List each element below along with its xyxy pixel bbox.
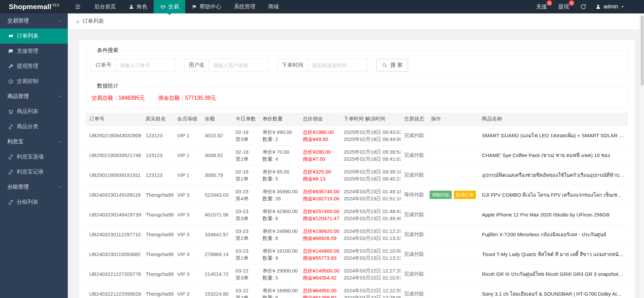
sidebar-group-interest[interactable]: 利息宝 — [0, 134, 68, 149]
topbar: Shopmemall V3.0 后台首页角色交易帮助中心系统管理商城 充值 0 … — [0, 0, 644, 13]
cell-line: 03-23 — [236, 228, 256, 235]
cell-total-commission: 总价¥84950.00佣金¥61289.92 — [299, 284, 340, 298]
cell-line: 2024年03月23日 01:10:09 — [344, 247, 397, 254]
withdraw-label: 提现 — [558, 3, 569, 10]
sidebar-group-label: 商品管理 — [7, 93, 29, 100]
cell-today-orders: 03-22第3单 — [232, 264, 259, 284]
sidebar-item-trade-control[interactable]: 交易控制 — [0, 74, 68, 89]
column-header: 会员等级 — [174, 113, 201, 126]
cell-real-name: Thongcha99 — [142, 205, 174, 225]
cell-trade-status: 完成付款 — [401, 264, 428, 284]
cancel-order-button[interactable]: 取消订单 — [454, 191, 476, 199]
cell-line: 总价¥257400.00 — [303, 208, 337, 215]
cell-line: 总价¥1980.00 — [303, 129, 337, 136]
cell-vip-level: VIP 3 — [174, 284, 201, 298]
username-label: 用户名 — [184, 59, 209, 71]
nav-item-mall[interactable]: 商城 — [262, 0, 285, 13]
sidebar-group-product-manage[interactable]: 商品管理 — [0, 89, 68, 104]
nav-item-trade[interactable]: 交易 — [154, 0, 185, 13]
nav-item-system-manage[interactable]: 系统管理 — [228, 0, 262, 13]
user-icon — [129, 4, 134, 10]
search-row: 订单号 用户名 下单时间 搜 索 — [91, 57, 623, 71]
cell-price-qty: 单价¥ 42900.00数量: 6 — [259, 205, 299, 225]
cell-product-name: Sony 3.1 ch โฮมเธียเตอร์ & SOUNDBAR | HT… — [479, 284, 628, 298]
cell-line: 第3单 — [236, 274, 256, 281]
column-header: 商品名称 — [479, 113, 628, 126]
table-row: UB2403230112297710Thongcha99VIP 3334642.… — [86, 225, 628, 244]
search-button[interactable]: 搜 索 — [376, 59, 408, 71]
cell-order-no: UB2502180939181911 — [86, 165, 142, 185]
cell-line: 佣金¥182715.06 — [303, 195, 337, 202]
cell-line: 2025年02月18日 09:41:02 — [344, 155, 397, 162]
cell-trade-status: 完成付款 — [401, 126, 428, 145]
sidebar-item-interest-options[interactable]: 利息宝选项 — [0, 149, 68, 164]
scrollbar-thumb[interactable] — [641, 15, 644, 86]
nav-item-help-center[interactable]: 帮助中心 — [185, 0, 228, 13]
nav-item-home[interactable]: 后台首页 — [88, 0, 122, 13]
sidebar-item-recharge-manage[interactable]: 充值管理 — [0, 44, 68, 59]
hamburger-icon[interactable] — [68, 0, 88, 13]
nav-item-label: 商城 — [268, 3, 279, 10]
withdraw-button[interactable]: 提现 0 — [552, 0, 575, 13]
cell-line: 第2单 — [236, 235, 256, 242]
order-time-label: 下单时间 — [278, 59, 308, 71]
main-area: » 订单列表 条件搜索 订单号 用户名 — [68, 13, 644, 298]
nav-item-role[interactable]: 角色 — [122, 0, 154, 13]
sidebar-item-label: 分组列表 — [17, 199, 38, 206]
cell-line: 第3单 — [236, 215, 256, 222]
sidebar-item-label: 订单列表 — [17, 33, 38, 40]
cell-line: 单价¥ 24990.00 — [262, 228, 296, 235]
cell-line: 单价¥ 16990.00 — [262, 287, 296, 294]
force-pay-button[interactable]: 强制付款 — [430, 191, 452, 199]
table-row: UB2403221222599028Thongcha99VIP 3153224.… — [86, 284, 628, 298]
cell-line: 2024年03月23日 01:13:23 — [344, 254, 397, 261]
sidebar-item-product-category[interactable]: 商品分类 — [0, 119, 68, 134]
recharge-button[interactable]: 充值 0 — [530, 0, 552, 13]
stats-row: 交易总额：1846395元 佣金总额：577135.39元 — [91, 93, 623, 102]
cell-trade-status: 等待付款 — [401, 185, 428, 205]
cell-line: 数量: 5 — [262, 175, 296, 182]
sidebar-item-interest-records[interactable]: 利息宝记录 — [0, 164, 68, 180]
sidebar-group-group-manage[interactable]: 分组管理 — [0, 180, 68, 195]
sidebar-item-group-list[interactable]: 分组列表 — [0, 195, 68, 210]
cell-order-unfreeze-time: 2024年03月22日 12:27:202024年03月22日 01:10:57 — [340, 264, 401, 284]
refresh-icon[interactable] — [575, 0, 592, 13]
username-input[interactable] — [209, 59, 269, 71]
cell-product-name: DJI FPV COMBO ดีเจไอ โดรน FPV เครื่องแรก… — [479, 185, 628, 205]
sidebar-item-product-list[interactable]: 商品列表 — [0, 104, 68, 119]
cell-line: 总价¥280.00 — [303, 148, 337, 155]
cell-total-commission: 总价¥149500.00佣金¥64354.42 — [299, 264, 340, 284]
cell-today-orders: 03-23第1单 — [232, 244, 259, 264]
cell-actions — [428, 244, 479, 264]
user-menu[interactable]: admin — [592, 4, 628, 10]
sidebar-group-label: 交易管理 — [7, 17, 29, 24]
sidebar-group-trade-manage[interactable]: 交易管理 — [0, 13, 68, 29]
cell-price-qty: 单价¥ 16100.00数量: 9 — [259, 244, 299, 264]
stats-fieldset: 数据统计 交易总额：1846395元 佣金总额：577135.39元 — [86, 83, 628, 107]
order-time-input[interactable] — [308, 59, 367, 71]
cell-real-name: 123123 — [142, 145, 174, 165]
cell-line: 数量: 26 — [262, 195, 296, 202]
orders-table: 订单号真实姓名会员等级余额今日单数单价数量总价佣金下单时间 解冻时间交易状态操作… — [86, 113, 628, 298]
sidebar-item-order-list[interactable]: 订单列表 — [0, 29, 68, 44]
sidebar-item-label: 商品分类 — [17, 123, 38, 130]
cell-total-commission: 总价¥144900.00佣金¥55773.83 — [299, 244, 340, 264]
cell-price-qty: 单价¥ 35990.00数量: 26 — [259, 185, 299, 205]
app-logo[interactable]: Shopmemall V3.0 — [0, 0, 68, 13]
cell-line: 2024年03月23日 01:49:18 — [344, 188, 397, 195]
cell-order-unfreeze-time: 2025年02月18日 09:39:522025年02月18日 09:41:02 — [340, 145, 401, 165]
cell-line: 佣金¥7.00 — [303, 155, 337, 162]
cell-total-commission: 总价¥257400.00佣金¥120471.47 — [299, 205, 340, 225]
cell-trade-status: 完成付款 — [401, 225, 428, 244]
cell-today-orders: 03-23第2单 — [232, 225, 259, 244]
link-icon — [8, 124, 13, 130]
cell-product-name: Tissot T-My Lady Quartz ทิสโซต์ ที มาย เ… — [479, 244, 628, 264]
nav-item-label: 帮助中心 — [200, 3, 221, 10]
vertical-scrollbar[interactable] — [640, 13, 644, 298]
cell-order-no: UB2403221227205776 — [86, 264, 142, 284]
order-no-input[interactable] — [116, 59, 176, 71]
cell-line: 单价¥ 16100.00 — [262, 247, 296, 254]
sidebar-item-withdraw-manage[interactable]: 提现管理 — [0, 59, 68, 74]
user-icon — [595, 4, 601, 10]
cell-line: 第4单 — [236, 195, 256, 202]
